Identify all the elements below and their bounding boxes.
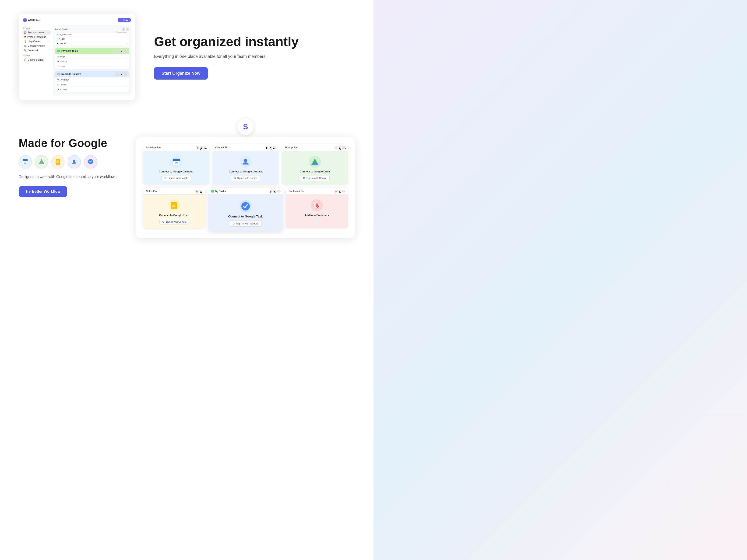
pin-action[interactable]: ∧: [338, 146, 341, 149]
pin-actions: + ∧: [196, 190, 202, 192]
pin-action[interactable]: +: [335, 190, 338, 192]
tasks-service-icon: [239, 200, 252, 212]
sidebar-item-getting-started[interactable]: 📋 Getting Started ⋯: [22, 58, 51, 62]
stripe-logo-wrapper: S: [237, 118, 254, 135]
google-docs-icon[interactable]: [51, 155, 65, 168]
google-signin-tasks[interactable]: G Sign in with Google: [229, 220, 262, 226]
pin-body: Connect to Google Task G Sign in with Go…: [208, 195, 283, 231]
pin-action[interactable]: +: [196, 190, 199, 192]
try-better-workflow-button[interactable]: Try Better Workflow: [19, 186, 67, 197]
group-item-webflow[interactable]: W Webflow ⋮: [55, 77, 129, 82]
google-calendar-icon[interactable]: 31: [19, 155, 32, 168]
signin-label: Sign in with Google: [237, 177, 257, 180]
subitem-netlify[interactable]: ● Netlify ⋯: [55, 37, 129, 41]
svg-text:31: 31: [174, 161, 178, 165]
pin-action[interactable]: ⋯: [342, 190, 345, 192]
group-collapse[interactable]: ∧: [120, 49, 123, 53]
subitem-dots: ⋯: [126, 43, 128, 45]
subitem-vercel[interactable]: ▲ Vercel ⋯: [55, 42, 129, 45]
pin-card-header: Bookmark Pin + ∧ ⋯: [286, 188, 348, 195]
gdocs-svg: [55, 159, 60, 165]
panels-container: Schedule Pin + ∧ ⋯ 31: [136, 137, 355, 238]
pin-service-label: Connect to Google Drive: [300, 170, 330, 173]
tasks-icon: [240, 201, 251, 211]
pin-action[interactable]: ∧: [269, 146, 272, 149]
svg-text:31: 31: [24, 161, 27, 164]
drive-service-icon: [309, 156, 321, 168]
start-organize-button[interactable]: Start Organize Now: [154, 67, 208, 80]
pin-action[interactable]: ∧: [200, 190, 202, 192]
item-dots: ⋮: [125, 56, 127, 58]
sidebar-item-personal-home[interactable]: 🏠 Personal Home ⋯: [22, 30, 51, 35]
group-item-airtable[interactable]: A Airtable ⋮: [55, 87, 129, 92]
sidebar-item-bookmark[interactable]: 🔖 Bookmark ⋯: [22, 48, 51, 53]
add-bookmark-plus-btn[interactable]: +: [314, 219, 319, 224]
pin-title: Bookmark Pin: [289, 190, 304, 192]
group-icon: [57, 50, 60, 52]
google-contacts-icon[interactable]: [68, 155, 81, 168]
add-action[interactable]: +: [122, 28, 125, 31]
item-dots: ⋮: [125, 65, 127, 68]
google-signin-drive[interactable]: G Sign in with Google: [300, 175, 330, 181]
item-dots: ⋮: [125, 89, 127, 91]
sidebar-dots: ⋯: [48, 45, 50, 47]
nocode-builders-header: No-Code Builders + ∧ ⋯: [55, 71, 129, 77]
pin-title: Contact Pin: [215, 146, 228, 149]
pin-action[interactable]: ⋯: [277, 190, 280, 192]
pin-action[interactable]: ∧: [200, 146, 203, 149]
google-signin-calendar[interactable]: G Sign in with Google: [161, 175, 191, 181]
svg-point-27: [316, 205, 319, 208]
contact-icon: [241, 158, 250, 166]
svg-rect-23: [172, 205, 176, 206]
group-item-stripe[interactable]: S Stripe ⋮: [55, 54, 129, 59]
new-button[interactable]: + New: [118, 18, 131, 22]
sidebar-dots: ⋯: [48, 41, 50, 43]
pin-action[interactable]: ⋯: [342, 146, 345, 149]
group-item-paypal[interactable]: P PayPal ⋮: [55, 59, 129, 64]
pin-action[interactable]: +: [269, 190, 273, 192]
sidebar-item-help-center[interactable]: 💡 Help Center ⋯: [22, 39, 51, 44]
panels-row-1: Schedule Pin + ∧ ⋯ 31: [143, 144, 348, 185]
sidebar-item-product-roadmap[interactable]: 🗺 Product Roadmap ⋯: [22, 35, 51, 39]
pin-service-label: Connect to Google Contact: [229, 170, 262, 173]
group-collapse[interactable]: ∧: [120, 72, 123, 76]
mockup-main: Cloud Services + ⋯ ● Digital Ocean ⋯ ● N…: [53, 25, 132, 96]
group-more[interactable]: ⋯: [124, 72, 127, 76]
pin-actions: + ∧ ⋯: [265, 146, 276, 149]
google-signin-keep[interactable]: G Sign in with Google: [159, 219, 189, 224]
cloud-section-header: Cloud Services + ⋯: [55, 28, 129, 31]
group-item-wise[interactable]: W Wise ⋮: [55, 64, 129, 69]
pin-action[interactable]: +: [265, 146, 268, 149]
brand-name: ACME Inc: [23, 19, 40, 22]
pin-action[interactable]: ∧: [273, 190, 276, 192]
google-drive-icon[interactable]: [35, 155, 48, 168]
item-dots: ⋮: [125, 61, 127, 63]
pin-action[interactable]: ⋯: [204, 146, 206, 149]
group-more[interactable]: ⋯: [124, 49, 127, 53]
pin-action[interactable]: +: [335, 146, 338, 149]
brand-label: ACME Inc: [28, 19, 40, 22]
group-item-framer[interactable]: F Framer ⋮: [55, 82, 129, 87]
subitem-digital-ocean[interactable]: ● Digital Ocean ⋯: [55, 33, 129, 36]
google-panels: S Schedule Pin + ∧ ⋯: [136, 128, 355, 238]
section-1-text: Get organized instantly Everything in on…: [154, 30, 355, 84]
google-tasks-icon[interactable]: [84, 155, 97, 168]
app-mockup: ACME Inc + New Private 🏠 Personal Home ⋯: [19, 14, 135, 100]
contact-service-icon: [239, 156, 252, 168]
pin-card-tasks: My Tasks + ∧ ⋯: [208, 188, 283, 231]
google-signin-contact[interactable]: G Sign in with Google: [231, 175, 260, 181]
group-add[interactable]: +: [115, 72, 119, 76]
pin-action[interactable]: +: [196, 146, 199, 149]
section-organize: ACME Inc + New Private 🏠 Personal Home ⋯: [0, 0, 374, 114]
more-action[interactable]: ⋯: [126, 28, 129, 31]
group-label: Payment Tools: [61, 50, 78, 52]
bookmark-icon: [313, 201, 321, 210]
pin-action[interactable]: ∧: [338, 190, 341, 192]
signin-label: Sign in with Google: [168, 177, 188, 180]
pin-action[interactable]: ⋯: [273, 146, 276, 149]
group-add[interactable]: +: [115, 49, 119, 53]
calendar-service-icon: 31: [170, 156, 182, 168]
task-checkbox: [211, 190, 214, 192]
tasks-title-label: My Tasks: [215, 190, 226, 192]
sidebar-item-company-home[interactable]: 🏢 Company Home ⋯: [22, 44, 51, 48]
